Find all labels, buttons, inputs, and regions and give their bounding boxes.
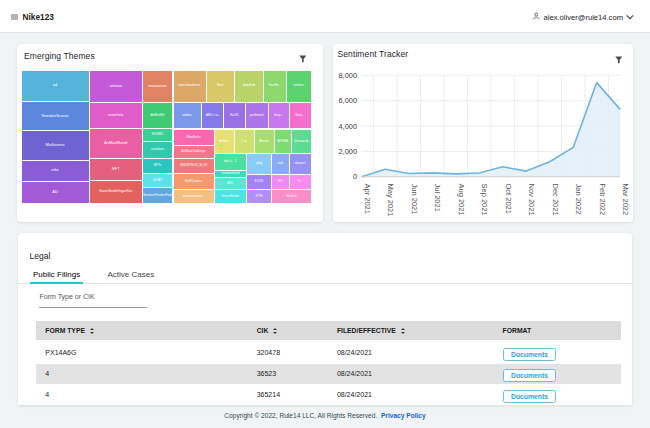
svg-text:Oct 2021: Oct 2021 xyxy=(504,184,513,214)
svg-text:Nov 2021: Nov 2021 xyxy=(527,184,536,216)
svg-text:0: 0 xyxy=(353,172,357,181)
svg-text:Dec 2021: Dec 2021 xyxy=(551,184,560,216)
svg-text:6,000: 6,000 xyxy=(339,96,358,105)
svg-text:Feb 2022: Feb 2022 xyxy=(598,184,607,216)
svg-text:2,000: 2,000 xyxy=(339,147,358,156)
svg-text:8,000: 8,000 xyxy=(339,71,358,80)
svg-text:Sep 2021: Sep 2021 xyxy=(480,184,489,216)
svg-text:4,000: 4,000 xyxy=(339,122,358,131)
svg-text:Apr 2021: Apr 2021 xyxy=(363,184,372,214)
svg-text:Aug 2021: Aug 2021 xyxy=(457,184,466,216)
svg-text:Jul 2021: Jul 2021 xyxy=(433,184,442,212)
svg-text:Mar 2022: Mar 2022 xyxy=(621,184,630,216)
svg-text:Jun 2021: Jun 2021 xyxy=(410,184,419,215)
svg-text:Jan 2022: Jan 2022 xyxy=(574,184,583,215)
svg-text:May 2021: May 2021 xyxy=(386,184,395,217)
